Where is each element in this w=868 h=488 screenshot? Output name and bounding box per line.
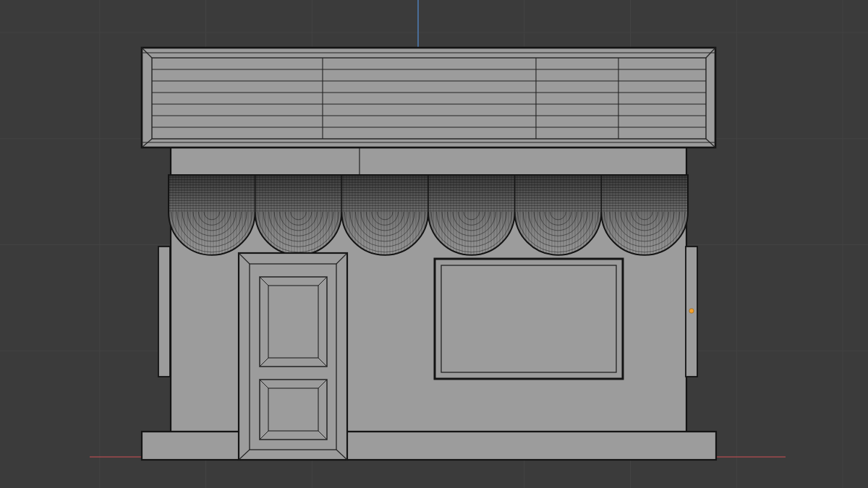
base-plinth[interactable] — [142, 432, 716, 460]
sign-board[interactable] — [142, 48, 715, 147]
left-pilaster[interactable] — [158, 247, 170, 377]
viewport-canvas[interactable] — [0, 0, 868, 488]
origin-dot — [689, 309, 694, 313]
shop-window[interactable] — [435, 259, 623, 379]
storefront-model[interactable] — [142, 48, 716, 460]
door[interactable] — [239, 253, 347, 460]
blender-viewport — [0, 0, 868, 488]
